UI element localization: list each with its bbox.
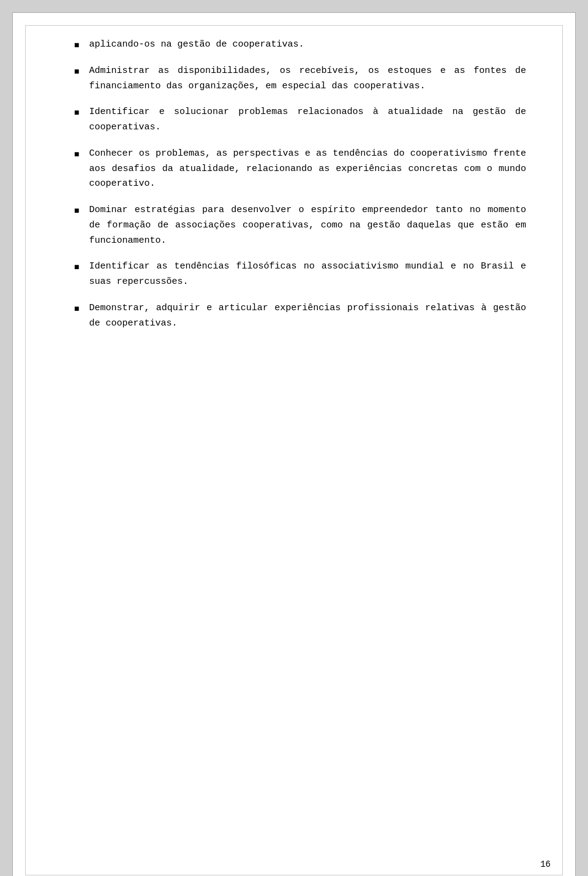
bullet-list: ■ aplicando-os na gestão de cooperativas…: [74, 37, 526, 331]
item-text: Administrar as disponibilidades, os rece…: [89, 64, 526, 94]
list-item: ■ Administrar as disponibilidades, os re…: [74, 64, 526, 94]
page-number: 16: [540, 859, 551, 869]
bullet-icon: ■: [74, 261, 79, 274]
item-text: Dominar estratégias para desenvolver o e…: [89, 203, 526, 248]
bullet-icon: ■: [74, 65, 79, 78]
list-item: ■ Conhecer os problemas, as perspectivas…: [74, 147, 526, 192]
item-text: Demonstrar, adquirir e articular experiê…: [89, 301, 526, 332]
item-text: aplicando-os na gestão de cooperativas.: [89, 37, 304, 53]
bullet-icon: ■: [74, 148, 79, 161]
document-page: ■ aplicando-os na gestão de cooperativas…: [12, 12, 576, 876]
item-text: Identificar e solucionar problemas relac…: [89, 105, 526, 135]
list-item: ■ aplicando-os na gestão de cooperativas…: [74, 37, 526, 53]
bullet-icon: ■: [74, 204, 79, 218]
list-item: ■ Identificar e solucionar problemas rel…: [74, 105, 526, 135]
list-item: ■ Identificar as tendências filosóficas …: [74, 259, 526, 290]
bullet-icon: ■: [74, 39, 79, 52]
bullet-icon: ■: [74, 302, 79, 316]
bullet-icon: ■: [74, 106, 79, 120]
list-item: ■ Dominar estratégias para desenvolver o…: [74, 203, 526, 248]
item-text: Conhecer os problemas, as perspectivas e…: [89, 147, 526, 192]
list-item: ■ Demonstrar, adquirir e articular exper…: [74, 301, 526, 332]
item-text: Identificar as tendências filosóficas no…: [89, 259, 526, 290]
